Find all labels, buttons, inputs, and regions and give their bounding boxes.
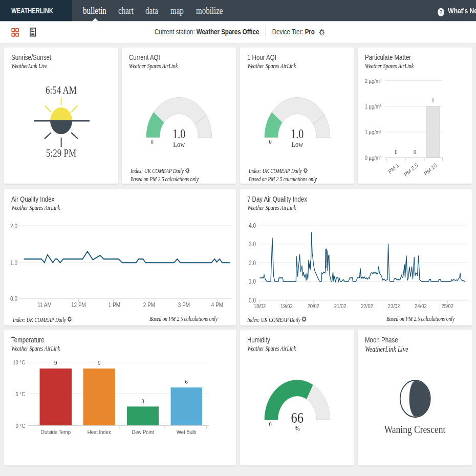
svg-text:21/02: 21/02 xyxy=(334,302,347,309)
svg-text:1.0: 1.0 xyxy=(10,259,17,266)
svg-text:24/02: 24/02 xyxy=(415,302,427,309)
svg-text:66: 66 xyxy=(291,409,304,426)
svg-text:22/02: 22/02 xyxy=(361,302,373,309)
svg-text:3 PM: 3 PM xyxy=(178,302,190,309)
svg-text:2.0: 2.0 xyxy=(249,259,256,266)
svg-text:Heat Index: Heat Index xyxy=(88,428,111,435)
svg-text:18/02: 18/02 xyxy=(254,302,266,309)
svg-text:PM 10: PM 10 xyxy=(423,162,438,177)
svg-text:1.0: 1.0 xyxy=(172,127,185,141)
svg-text:19/02: 19/02 xyxy=(280,302,293,309)
svg-text:PM 1: PM 1 xyxy=(387,162,400,175)
svg-text:PM 2.5: PM 2.5 xyxy=(403,162,419,178)
svg-text:2.0: 2.0 xyxy=(10,223,17,229)
svg-text:25/02: 25/02 xyxy=(441,302,453,309)
svg-text:1.0: 1.0 xyxy=(291,127,304,141)
svg-text:Wet Bulb: Wet Bulb xyxy=(177,428,196,435)
svg-text:23/02: 23/02 xyxy=(388,302,400,309)
svg-text:Low: Low xyxy=(291,140,303,148)
svg-text:2 PM: 2 PM xyxy=(143,302,155,309)
svg-text:3.0: 3.0 xyxy=(249,241,256,247)
svg-text:4 PM: 4 PM xyxy=(211,302,223,309)
svg-text:3: 3 xyxy=(141,397,144,405)
svg-text:1: 1 xyxy=(431,97,434,104)
svg-text:0 °C: 0 °C xyxy=(15,422,25,429)
svg-text:12 PM: 12 PM xyxy=(71,302,86,309)
svg-text:0 µg/m³: 0 µg/m³ xyxy=(365,155,382,161)
svg-text:0: 0 xyxy=(269,138,272,145)
svg-text:0: 0 xyxy=(395,148,397,156)
svg-text:0: 0 xyxy=(151,138,154,145)
svg-text:11 AM: 11 AM xyxy=(37,302,52,309)
svg-text:0: 0 xyxy=(414,148,416,156)
svg-text:1 PM: 1 PM xyxy=(109,302,120,309)
svg-text:10 °C: 10 °C xyxy=(13,359,25,365)
svg-text:Dew Point: Dew Point xyxy=(132,428,154,435)
svg-text:Low: Low xyxy=(173,140,185,148)
svg-text:5 °C: 5 °C xyxy=(15,391,25,397)
svg-text:1 µg/m³: 1 µg/m³ xyxy=(365,103,382,110)
svg-text:9: 9 xyxy=(98,359,101,366)
svg-text:2 µg/m³: 2 µg/m³ xyxy=(365,77,382,84)
svg-text:20/02: 20/02 xyxy=(307,302,319,309)
svg-text:0.0: 0.0 xyxy=(10,295,17,302)
svg-text:1.0: 1.0 xyxy=(249,278,256,285)
svg-text:1 µg/m³: 1 µg/m³ xyxy=(365,128,382,135)
svg-text:Outside Temp: Outside Temp xyxy=(41,428,71,435)
svg-text:6: 6 xyxy=(185,378,188,385)
svg-text:4.0: 4.0 xyxy=(249,222,256,229)
svg-text:0: 0 xyxy=(269,421,272,428)
svg-text:9: 9 xyxy=(54,359,57,366)
svg-text:%: % xyxy=(295,424,300,432)
